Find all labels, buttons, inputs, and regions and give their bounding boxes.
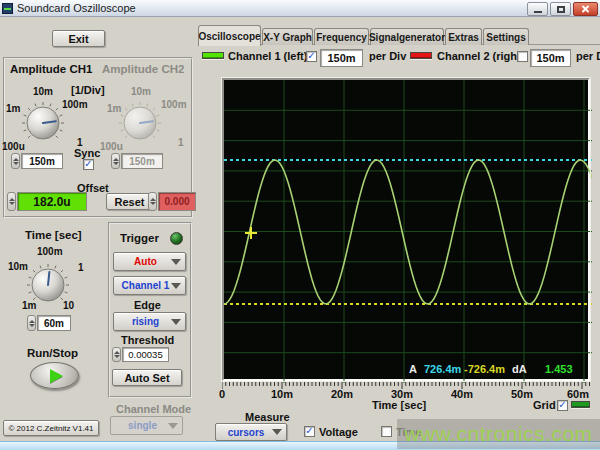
cursor-a-value: 726.4m bbox=[424, 363, 461, 375]
maximize-icon bbox=[557, 6, 565, 13]
trigger-mode-dropdown[interactable]: Auto bbox=[113, 252, 186, 271]
app-icon bbox=[2, 3, 13, 14]
knob-scale-label: 10m bbox=[33, 86, 53, 97]
threshold-stepper[interactable] bbox=[112, 347, 121, 362]
ch2-offset-stepper[interactable] bbox=[148, 192, 157, 211]
threshold-label: Threshold bbox=[121, 334, 174, 346]
tab-signalgenerator[interactable]: Signalgenerator bbox=[370, 28, 444, 45]
knob-scale-label: 100m bbox=[62, 99, 88, 110]
trigger-source-value: Channel 1 bbox=[122, 280, 170, 291]
knob-scale-label: 1m bbox=[22, 300, 36, 311]
time-checkbox[interactable] bbox=[381, 426, 392, 437]
channel2-perdiv-label: per Div bbox=[576, 50, 600, 62]
chevron-down-icon bbox=[171, 259, 181, 265]
maximize-button[interactable] bbox=[550, 2, 571, 16]
knob-scale-label: 1m bbox=[6, 103, 20, 114]
x-tick-label: 40m bbox=[451, 388, 473, 400]
amplitude-ch1-knob[interactable] bbox=[20, 100, 66, 146]
time-value[interactable]: 60m bbox=[37, 315, 71, 331]
tab-extras[interactable]: Extras bbox=[445, 28, 482, 45]
channel1-label: Channel 1 (left) bbox=[228, 50, 307, 62]
runstop-button[interactable] bbox=[30, 362, 79, 389]
minimize-icon bbox=[534, 11, 542, 13]
measure-title: Measure bbox=[245, 411, 290, 423]
measure-mode-value: cursors bbox=[228, 427, 265, 438]
edge-label: Edge bbox=[134, 299, 161, 311]
knob-scale-label: 10 bbox=[63, 300, 74, 311]
ch1-offset-stepper[interactable] bbox=[7, 192, 16, 211]
trigger-led bbox=[170, 232, 183, 245]
window-title: Soundcard Oszilloscope bbox=[17, 2, 136, 14]
knob-scale-label: 1 bbox=[178, 137, 184, 148]
amplitude-ch2-title: Amplitude CH2 bbox=[102, 63, 184, 75]
sync-checkbox[interactable] bbox=[83, 159, 94, 170]
tab-xy-graph[interactable]: X-Y Graph bbox=[262, 28, 313, 45]
ch1-offset-value[interactable]: 182.0u bbox=[17, 192, 87, 211]
minimize-button[interactable] bbox=[527, 2, 548, 16]
x-tick-label: 60m bbox=[567, 388, 589, 400]
knob-scale-label: 1m bbox=[107, 103, 121, 114]
grid-checkbox[interactable] bbox=[557, 400, 568, 411]
channel2-label: Channel 2 (right) bbox=[437, 50, 524, 62]
waveform-plot bbox=[224, 80, 592, 383]
channel1-color-swatch bbox=[202, 52, 224, 59]
knob-scale-label: 10m bbox=[131, 86, 151, 97]
amplitude-unit-label: [1/Div] bbox=[71, 84, 105, 96]
tab-settings[interactable]: Settings bbox=[483, 28, 529, 45]
trigger-edge-value: rising bbox=[132, 316, 159, 327]
knob-scale-label: 1 bbox=[78, 262, 84, 273]
runstop-label: Run/Stop bbox=[27, 347, 78, 359]
app-window: Soundcard Oszilloscope Exit Amplitude CH… bbox=[0, 0, 600, 450]
watermark: www.cntronics.com bbox=[397, 419, 600, 449]
time-stepper[interactable] bbox=[27, 315, 36, 331]
chevron-down-icon bbox=[171, 283, 181, 289]
play-icon bbox=[50, 369, 63, 383]
channel1-div-checkbox[interactable] bbox=[306, 51, 317, 62]
autoset-button[interactable]: Auto Set bbox=[112, 369, 182, 386]
chevron-down-icon bbox=[171, 319, 181, 325]
channel2-div-checkbox[interactable] bbox=[517, 51, 528, 62]
trigger-title: Trigger bbox=[120, 232, 159, 244]
channel-mode-dropdown[interactable]: single bbox=[110, 416, 183, 435]
ch2-offset-value[interactable]: 0.000 bbox=[158, 192, 196, 211]
cursor-b-value: -726.4m bbox=[464, 363, 505, 375]
x-axis-title: Time [sec] bbox=[372, 399, 426, 411]
measure-mode-dropdown[interactable]: cursors bbox=[215, 423, 287, 441]
knob-scale-label: 100u bbox=[2, 141, 25, 152]
grid-color-swatch bbox=[571, 401, 590, 408]
copyright-label: © 2012 C.Zeitnitz V1.41 bbox=[3, 420, 99, 436]
chevron-down-icon bbox=[168, 423, 178, 429]
knob-scale-label: 100u bbox=[100, 141, 123, 152]
voltage-checkbox[interactable] bbox=[304, 426, 315, 437]
offset-reset-button[interactable]: Reset bbox=[106, 193, 153, 210]
ch2-amplitude-value[interactable]: 150m bbox=[121, 153, 163, 169]
ch1-amplitude-stepper[interactable] bbox=[11, 153, 20, 169]
channel1-perdiv-label: per Div bbox=[369, 50, 406, 62]
threshold-value[interactable]: 0.00035 bbox=[122, 347, 169, 362]
trigger-source-dropdown[interactable]: Channel 1 bbox=[113, 276, 186, 295]
channel-mode-label: Channel Mode bbox=[116, 403, 191, 415]
exit-button[interactable]: Exit bbox=[52, 30, 105, 47]
amplitude-ch2-knob[interactable] bbox=[117, 100, 163, 146]
tab-frequency[interactable]: Frequency bbox=[314, 28, 369, 45]
ch1-amplitude-value[interactable]: 150m bbox=[21, 153, 63, 169]
trigger-mode-value: Auto bbox=[134, 256, 157, 267]
cursor-da-value: 1.453 bbox=[545, 363, 573, 375]
trigger-edge-dropdown[interactable]: rising bbox=[113, 312, 186, 331]
x-tick-label: 10m bbox=[271, 388, 293, 400]
title-bar: Soundcard Oszilloscope bbox=[0, 0, 600, 17]
close-button[interactable] bbox=[573, 2, 598, 16]
channel-mode-value: single bbox=[128, 420, 157, 431]
ch2-amplitude-stepper[interactable] bbox=[111, 153, 120, 169]
knob-scale-label: 10m bbox=[8, 261, 28, 272]
channel2-div-value[interactable]: 150m bbox=[530, 49, 571, 67]
channel2-color-swatch bbox=[410, 52, 432, 59]
scope-display[interactable]: A 726.4m -726.4m dA 1.453 bbox=[222, 78, 590, 381]
tab-oscilloscope[interactable]: Oscilloscope bbox=[198, 25, 261, 46]
voltage-label: Voltage bbox=[319, 426, 358, 438]
channel1-div-value[interactable]: 150m bbox=[320, 49, 363, 67]
x-tick-label: 0 bbox=[219, 388, 225, 400]
amplitude-ch1-title: Amplitude CH1 bbox=[10, 63, 92, 75]
x-tick-label: 50m bbox=[511, 388, 533, 400]
knob-scale-label: 100m bbox=[37, 246, 63, 257]
